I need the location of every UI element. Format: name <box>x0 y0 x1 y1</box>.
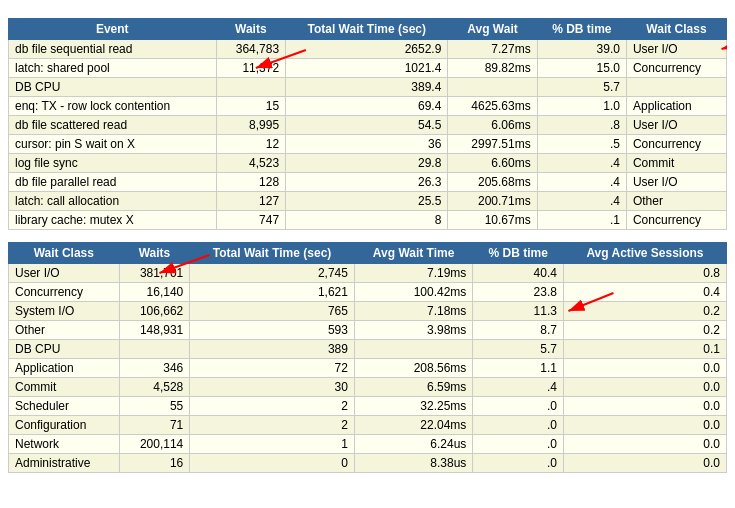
table-cell: 2,745 <box>190 264 355 283</box>
table-cell: 6.24us <box>354 435 472 454</box>
table-cell: 0.1 <box>563 340 726 359</box>
table-cell: 0.0 <box>563 454 726 473</box>
table-cell: db file scattered read <box>9 116 217 135</box>
table-cell: 0 <box>190 454 355 473</box>
table-cell: 2 <box>190 397 355 416</box>
table-cell: 55 <box>119 397 190 416</box>
table-cell: User I/O <box>626 173 726 192</box>
table-cell: 16 <box>119 454 190 473</box>
table-cell: Network <box>9 435 120 454</box>
table-cell: 5.7 <box>473 340 564 359</box>
table-cell: .4 <box>537 192 626 211</box>
table-cell: DB CPU <box>9 340 120 359</box>
table-cell: 1021.4 <box>286 59 448 78</box>
table-cell: 54.5 <box>286 116 448 135</box>
table-cell: 29.8 <box>286 154 448 173</box>
table-cell: 2652.9 <box>286 40 448 59</box>
table-cell: 1.0 <box>537 97 626 116</box>
table-cell: .0 <box>473 416 564 435</box>
foreground-events-table: EventWaitsTotal Wait Time (sec)Avg Wait%… <box>8 18 727 230</box>
table-cell: .5 <box>537 135 626 154</box>
table-cell: Other <box>9 321 120 340</box>
table-cell: .1 <box>537 211 626 230</box>
table-cell: 100.42ms <box>354 283 472 302</box>
table-cell: 0.8 <box>563 264 726 283</box>
table-cell: db file parallel read <box>9 173 217 192</box>
table-cell: 8.38us <box>354 454 472 473</box>
table-row: latch: call allocation12725.5200.71ms.4O… <box>9 192 727 211</box>
table-cell: System I/O <box>9 302 120 321</box>
table-cell: 364,783 <box>216 40 286 59</box>
table-row: enq: TX - row lock contention1569.44625.… <box>9 97 727 116</box>
table-row: Other148,9315933.98ms8.70.2 <box>9 321 727 340</box>
table-cell: 0.2 <box>563 302 726 321</box>
table-cell: 6.06ms <box>448 116 537 135</box>
table-cell: .4 <box>537 173 626 192</box>
table-cell: Other <box>626 192 726 211</box>
table-row: db file sequential read364,7832652.97.27… <box>9 40 727 59</box>
table-row: cursor: pin S wait on X12362997.51ms.5Co… <box>9 135 727 154</box>
table-cell: latch: call allocation <box>9 192 217 211</box>
table-row: Application34672208.56ms1.10.0 <box>9 359 727 378</box>
table-cell: 16,140 <box>119 283 190 302</box>
table-cell: 22.04ms <box>354 416 472 435</box>
table-cell: Administrative <box>9 454 120 473</box>
table-cell: 26.3 <box>286 173 448 192</box>
table-row: db file parallel read12826.3205.68ms.4Us… <box>9 173 727 192</box>
col-header: Avg Active Sessions <box>563 243 726 264</box>
table-cell: 208.56ms <box>354 359 472 378</box>
table-cell: cursor: pin S wait on X <box>9 135 217 154</box>
table-cell: 8,995 <box>216 116 286 135</box>
table-cell: 72 <box>190 359 355 378</box>
table-cell: log file sync <box>9 154 217 173</box>
table-cell: Application <box>626 97 726 116</box>
table-cell: 89.82ms <box>448 59 537 78</box>
table-cell: 11,372 <box>216 59 286 78</box>
table-cell: 346 <box>119 359 190 378</box>
table-cell: 0.0 <box>563 416 726 435</box>
col-header: Avg Wait Time <box>354 243 472 264</box>
table-cell: 6.60ms <box>448 154 537 173</box>
col-header: Wait Class <box>9 243 120 264</box>
col-header: Wait Class <box>626 19 726 40</box>
table-cell: User I/O <box>9 264 120 283</box>
table-cell: Scheduler <box>9 397 120 416</box>
table-cell: 3.98ms <box>354 321 472 340</box>
table-cell: 2997.51ms <box>448 135 537 154</box>
table-cell: .0 <box>473 435 564 454</box>
table-row: log file sync4,52329.86.60ms.4Commit <box>9 154 727 173</box>
table-cell: 15.0 <box>537 59 626 78</box>
table-cell: 0.0 <box>563 359 726 378</box>
table-cell: Configuration <box>9 416 120 435</box>
table-cell <box>626 78 726 97</box>
table-cell: 0.2 <box>563 321 726 340</box>
table-row: Concurrency16,1401,621100.42ms23.80.4 <box>9 283 727 302</box>
table-cell: 148,931 <box>119 321 190 340</box>
table-cell <box>119 340 190 359</box>
table-cell: 381,701 <box>119 264 190 283</box>
table-row: Commit4,528306.59ms.40.0 <box>9 378 727 397</box>
table-cell: 200,114 <box>119 435 190 454</box>
table-cell: Concurrency <box>626 211 726 230</box>
table-cell: Concurrency <box>9 283 120 302</box>
table-cell: .0 <box>473 454 564 473</box>
table-row: DB CPU3895.70.1 <box>9 340 727 359</box>
table-cell: 593 <box>190 321 355 340</box>
table-cell: library cache: mutex X <box>9 211 217 230</box>
col-header: Total Wait Time (sec) <box>190 243 355 264</box>
table-row: db file scattered read8,99554.56.06ms.8U… <box>9 116 727 135</box>
table-cell: 0.0 <box>563 397 726 416</box>
table-cell: db file sequential read <box>9 40 217 59</box>
table-cell: 11.3 <box>473 302 564 321</box>
table-cell: Application <box>9 359 120 378</box>
table-cell: 1,621 <box>190 283 355 302</box>
table-cell: 8.7 <box>473 321 564 340</box>
table-cell: 7.19ms <box>354 264 472 283</box>
table-row: System I/O106,6627657.18ms11.30.2 <box>9 302 727 321</box>
table-cell: Concurrency <box>626 59 726 78</box>
table-cell: 36 <box>286 135 448 154</box>
table-cell: 7.27ms <box>448 40 537 59</box>
table-cell: 69.4 <box>286 97 448 116</box>
table-cell: 4625.63ms <box>448 97 537 116</box>
table-cell: 2 <box>190 416 355 435</box>
